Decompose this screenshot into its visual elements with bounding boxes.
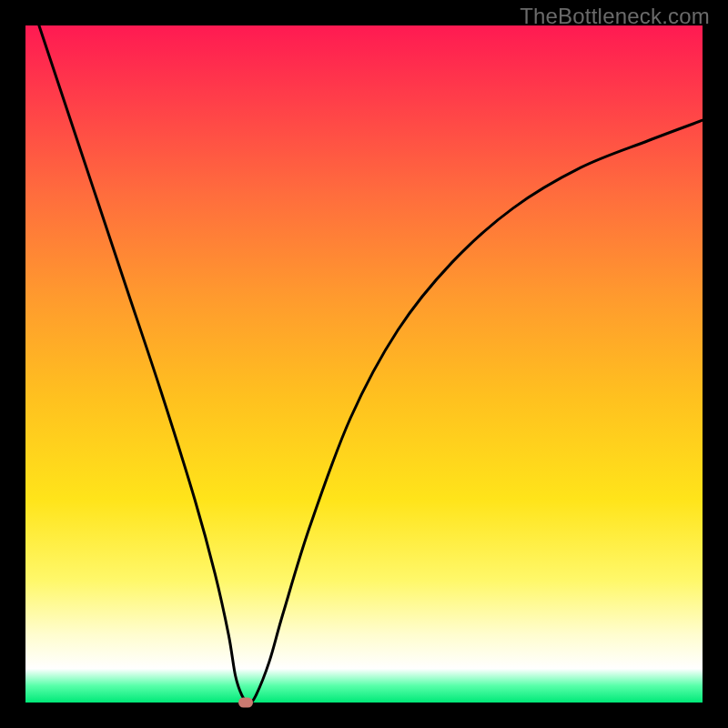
optimal-point-marker: [238, 698, 253, 708]
plot-area: [25, 25, 703, 703]
bottleneck-curve: [25, 25, 703, 703]
chart-outer-frame: TheBottleneck.com: [0, 0, 728, 728]
watermark-label: TheBottleneck.com: [520, 4, 710, 29]
